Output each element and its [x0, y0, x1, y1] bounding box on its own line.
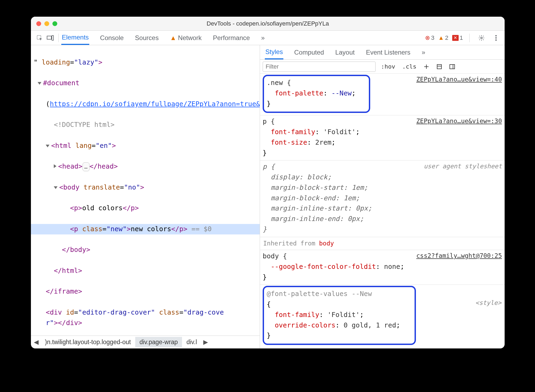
main-toolbar: Elements Console Sources ▲Network Perfor… [31, 31, 505, 45]
warning-count[interactable]: ▲2 [438, 34, 448, 41]
svg-rect-8 [450, 65, 455, 69]
subtab-layout[interactable]: Layout [335, 46, 355, 59]
css-value[interactable]: 0 gold, 1 red [344, 321, 396, 329]
css-property[interactable]: font-size [271, 138, 307, 146]
toolbar-right: ⊗3 ▲2 ✕1 [425, 33, 501, 43]
svg-rect-2 [52, 35, 54, 40]
css-property[interactable]: font-family [271, 128, 315, 136]
more-subtabs-button[interactable]: » [421, 46, 426, 59]
breadcrumb-bar: ◀ )n.twilight.layout-top.logged-out div.… [31, 336, 260, 348]
style-rule[interactable]: css2?family…wght@700:25 body { --google-… [260, 250, 505, 285]
tab-console[interactable]: Console [99, 31, 124, 44]
styles-filter-bar: :hov .cls [260, 60, 505, 74]
highlight-box: .new { font-palette: --New; } [263, 75, 370, 113]
selected-dom-node[interactable]: <p class="new">new colors</p> == $0 [31, 224, 260, 234]
rule-source-link[interactable]: ZEPpYLa?ano…ue&view=:30 [416, 116, 502, 126]
dom-tree[interactable]: " loading="lazy"> #document (https://cdp… [31, 45, 260, 336]
panel-tabs: Elements Console Sources ▲Network Perfor… [61, 31, 425, 45]
css-value[interactable]: 2rem [315, 138, 331, 146]
styles-list[interactable]: ZEPpYLa?ano…ue&view=:40 .new { font-pale… [260, 74, 505, 348]
devtools-window: DevTools - codepen.io/sofiayem/pen/ZEPpY… [31, 17, 505, 348]
inspect-icon[interactable] [34, 33, 45, 43]
rule-source-label: user agent stylesheet [424, 162, 502, 171]
titlebar: DevTools - codepen.io/sofiayem/pen/ZEPpY… [31, 17, 505, 31]
dollar-zero-hint: == $0 [187, 225, 212, 233]
css-property[interactable]: font-palette [275, 89, 323, 97]
more-tabs-button[interactable]: » [261, 31, 265, 44]
css-value[interactable]: 'Foldit' [327, 311, 360, 319]
warning-triangle-icon: ▲ [170, 34, 176, 41]
css-value: 0px [348, 215, 360, 223]
subtab-styles[interactable]: Styles [265, 45, 283, 59]
breadcrumb-item[interactable]: div.l [182, 337, 201, 347]
doctype: <!DOCTYPE html> [54, 121, 115, 129]
expand-arrow-icon[interactable] [54, 164, 56, 168]
error-count[interactable]: ⊗3 [425, 34, 434, 41]
elements-panel: " loading="lazy"> #document (https://cdp… [31, 45, 260, 348]
rule-source-label: <style> [475, 298, 501, 308]
maximize-window-button[interactable] [52, 21, 57, 26]
css-property: margin-inline-end [271, 215, 340, 223]
error-count-value: 3 [431, 34, 434, 41]
device-toolbar-icon[interactable] [45, 33, 56, 43]
toggle-sidebar-icon[interactable] [448, 62, 457, 71]
selector: .new { [267, 79, 291, 87]
at-rule-header: @font-palette-values --New [267, 289, 372, 299]
traffic-lights [36, 21, 57, 26]
computed-styles-icon[interactable] [435, 62, 444, 71]
text-node: new colors [131, 225, 171, 233]
tab-network[interactable]: ▲Network [169, 31, 202, 44]
svg-point-6 [495, 39, 497, 41]
tab-sources[interactable]: Sources [134, 31, 159, 44]
selector: p { [263, 117, 275, 125]
css-property[interactable]: --google-font-color-foldit [271, 263, 376, 270]
ellipsis-chip[interactable]: … [83, 162, 90, 171]
filter-input[interactable] [263, 62, 376, 72]
rule-source-link[interactable]: css2?family…wght@700:25 [416, 251, 502, 261]
rule-source-link[interactable]: ZEPpYLa?ano…ue&view=:40 [416, 75, 502, 84]
style-rule[interactable]: ZEPpYLa?ano…ue&view=:40 .new { font-pale… [260, 74, 505, 115]
new-style-rule-icon[interactable] [422, 62, 431, 71]
tab-elements[interactable]: Elements [61, 31, 89, 45]
svg-rect-1 [47, 36, 51, 39]
brace: } [263, 149, 267, 157]
hov-toggle[interactable]: :hov [379, 62, 397, 71]
css-value[interactable]: --New [331, 89, 352, 97]
tab-performance[interactable]: Performance [212, 31, 250, 44]
breadcrumb-item[interactable]: div.page-wrap [135, 337, 182, 347]
settings-icon[interactable] [476, 33, 487, 43]
expand-arrow-icon[interactable] [54, 186, 58, 189]
message-icon: ✕ [452, 35, 459, 41]
css-property[interactable]: override-colors [275, 321, 336, 329]
warning-count-value: 2 [445, 34, 448, 41]
style-rule[interactable]: @font-palette-values --New <style> { fon… [260, 285, 505, 347]
css-value[interactable]: none [384, 263, 400, 270]
css-value[interactable]: 'Foldit' [323, 128, 356, 136]
inherited-label: Inherited from [263, 240, 319, 247]
svg-point-5 [495, 37, 497, 38]
css-value: 0px [356, 204, 368, 212]
iframe-src-link[interactable]: https://cdpn.io/sofiayem/fullpage/ZEPpYL… [50, 100, 260, 108]
brace: } [263, 225, 267, 233]
style-rule[interactable]: ZEPpYLa?ano…ue&view=:30 p { font-family:… [260, 115, 505, 161]
breadcrumb-next-icon[interactable]: ▶ [201, 338, 210, 347]
minimize-window-button[interactable] [44, 21, 49, 26]
close-window-button[interactable] [36, 21, 41, 26]
breadcrumb-item[interactable]: )n.twilight.layout-top.logged-out [41, 337, 135, 347]
brace: } [263, 273, 267, 281]
subtab-event-listeners[interactable]: Event Listeners [365, 46, 411, 59]
css-property[interactable]: font-family [275, 311, 319, 319]
svg-point-3 [481, 37, 482, 39]
breadcrumb-prev-icon[interactable]: ◀ [32, 338, 41, 347]
kebab-menu-icon[interactable] [491, 33, 501, 43]
window-title: DevTools - codepen.io/sofiayem/pen/ZEPpY… [31, 20, 505, 27]
expand-arrow-icon[interactable] [46, 145, 49, 147]
style-rule[interactable]: user agent stylesheet p { display: block… [260, 161, 505, 237]
expand-arrow-icon[interactable] [38, 82, 41, 85]
svg-point-4 [495, 35, 497, 36]
cls-toggle[interactable]: .cls [401, 62, 418, 71]
subtab-computed[interactable]: Computed [294, 46, 324, 59]
inherited-element[interactable]: body [319, 240, 334, 247]
sidebar-tabs: Styles Computed Layout Event Listeners » [260, 45, 505, 60]
message-count[interactable]: ✕1 [452, 34, 463, 41]
